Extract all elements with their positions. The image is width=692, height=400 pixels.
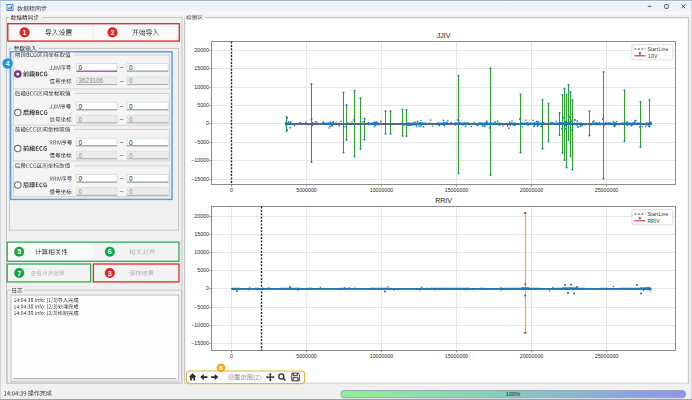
svg-text:0: 0: [129, 175, 133, 182]
svg-text:15000000: 15000000: [445, 353, 469, 359]
svg-text:25000000: 25000000: [595, 353, 619, 359]
svg-text:0: 0: [206, 120, 209, 126]
svg-text:100%: 100%: [506, 391, 520, 397]
svg-text:0: 0: [129, 116, 133, 123]
svg-text:15000: 15000: [194, 231, 209, 237]
svg-text:15000000: 15000000: [445, 187, 469, 193]
svg-text:1: 1: [23, 28, 27, 37]
svg-text:10000000: 10000000: [370, 353, 394, 359]
svg-text:−5000: −5000: [194, 304, 209, 310]
svg-text:~: ~: [120, 63, 124, 72]
svg-text:0: 0: [129, 139, 133, 146]
svg-text:5000: 5000: [197, 102, 209, 108]
svg-text:JJIV: JJIV: [647, 53, 658, 59]
svg-text:0: 0: [129, 77, 133, 84]
svg-text:5000000: 5000000: [296, 353, 317, 359]
svg-text:2: 2: [111, 28, 115, 37]
svg-text:−10000: −10000: [191, 322, 209, 328]
svg-text:25000000: 25000000: [595, 187, 619, 193]
svg-text:0: 0: [230, 353, 233, 359]
svg-text:10000: 10000: [194, 249, 209, 255]
svg-text:0: 0: [129, 64, 133, 71]
svg-text:4: 4: [6, 60, 10, 67]
svg-text:20000: 20000: [194, 213, 209, 219]
svg-text:~: ~: [120, 102, 124, 111]
svg-text:JJIV: JJIV: [437, 32, 451, 39]
svg-text:8: 8: [219, 364, 223, 371]
svg-text:10000: 10000: [194, 84, 209, 90]
svg-text:~: ~: [120, 174, 124, 183]
svg-text:−15000: −15000: [191, 340, 209, 346]
svg-text:~: ~: [120, 151, 124, 160]
svg-text:~: ~: [120, 138, 124, 147]
svg-text:~: ~: [120, 187, 124, 196]
svg-text:−5000: −5000: [194, 139, 209, 145]
svg-text:15000: 15000: [194, 65, 209, 71]
svg-text:0: 0: [79, 103, 83, 110]
svg-text:0: 0: [79, 188, 83, 195]
svg-text:RRIV: RRIV: [647, 218, 660, 224]
svg-text:0: 0: [129, 188, 133, 195]
svg-text:Start: Start: [647, 211, 658, 217]
svg-text:0: 0: [79, 64, 83, 71]
svg-text:0: 0: [79, 116, 83, 123]
svg-text:Line: Line: [659, 211, 669, 217]
svg-text:RRIV: RRIV: [435, 197, 452, 204]
svg-text:7: 7: [17, 269, 21, 278]
svg-text:0: 0: [129, 152, 133, 159]
svg-text:Line: Line: [659, 46, 669, 52]
svg-text:20000000: 20000000: [520, 187, 544, 193]
svg-text:5000000: 5000000: [296, 187, 317, 193]
svg-text:3: 3: [108, 269, 112, 278]
svg-text:0: 0: [79, 152, 83, 159]
svg-text:0: 0: [206, 285, 209, 291]
svg-text:20000000: 20000000: [520, 353, 544, 359]
svg-text:0: 0: [79, 175, 83, 182]
svg-text:5000: 5000: [197, 267, 209, 273]
svg-text:3623106: 3623106: [79, 77, 104, 84]
svg-text:6: 6: [108, 247, 112, 256]
svg-text:Start: Start: [647, 46, 658, 52]
svg-text:−15000: −15000: [191, 176, 209, 182]
svg-text:5: 5: [17, 247, 21, 256]
svg-text:~: ~: [120, 115, 124, 124]
svg-text:−10000: −10000: [191, 157, 209, 163]
svg-text:~: ~: [120, 77, 124, 86]
svg-text:20000: 20000: [194, 47, 209, 53]
svg-text:0: 0: [129, 103, 133, 110]
svg-text:0: 0: [79, 139, 83, 146]
svg-text:10000000: 10000000: [370, 187, 394, 193]
svg-text:0: 0: [230, 187, 233, 193]
